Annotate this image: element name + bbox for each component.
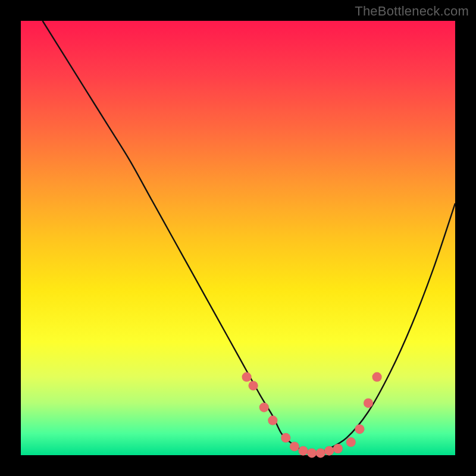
- highlight-dot: [316, 448, 325, 458]
- highlight-dots-group: [242, 372, 382, 458]
- curve-svg: [21, 21, 455, 455]
- highlight-dot: [364, 398, 373, 408]
- highlight-dot: [372, 372, 382, 382]
- highlight-dot: [290, 441, 299, 451]
- highlight-dot: [355, 424, 364, 434]
- highlight-dot: [324, 446, 334, 456]
- highlight-dot: [299, 446, 308, 456]
- highlight-dot: [259, 403, 269, 412]
- highlight-dot: [268, 416, 277, 425]
- bottleneck-curve-path: [43, 21, 456, 455]
- highlight-dot: [346, 437, 356, 447]
- highlight-dot: [307, 448, 317, 458]
- watermark-text: TheBottleneck.com: [355, 4, 469, 19]
- highlight-dot: [281, 433, 290, 443]
- plot-area: [21, 21, 455, 455]
- chart-frame: TheBottleneck.com: [0, 0, 476, 476]
- highlight-dot: [242, 372, 252, 382]
- highlight-dot: [249, 381, 258, 390]
- highlight-dot: [333, 444, 343, 453]
